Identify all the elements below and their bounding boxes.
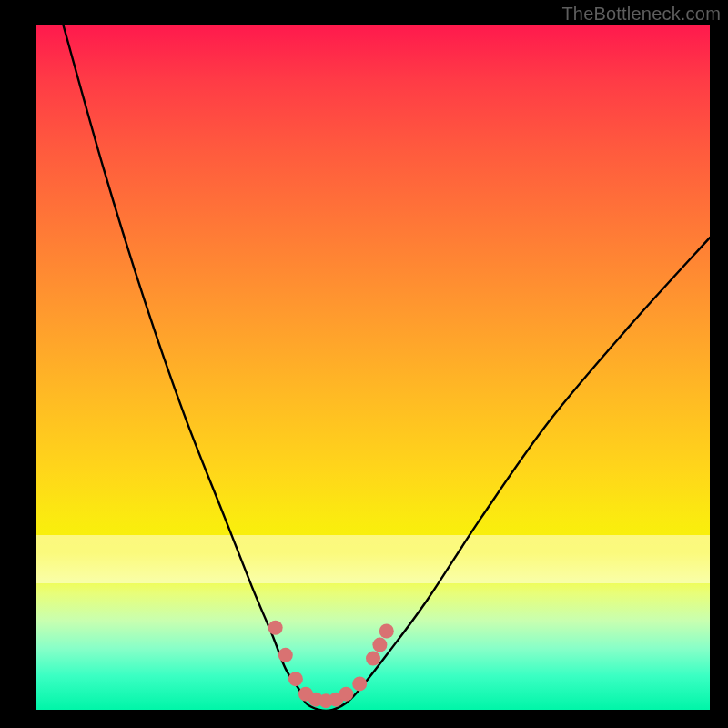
curve-marker — [379, 624, 394, 639]
chart-frame: TheBottleneck.com — [0, 0, 728, 728]
curve-marker — [288, 672, 303, 686]
curve-marker — [268, 621, 283, 635]
curve-marker — [339, 687, 353, 702]
watermark: TheBottleneck.com — [561, 4, 721, 25]
bottleneck-curve — [64, 25, 710, 710]
curve-marker — [366, 652, 380, 666]
bottleneck-curve-svg — [36, 25, 710, 710]
curve-marker — [372, 638, 387, 652]
plot-area — [36, 25, 710, 710]
curve-marker — [278, 648, 293, 662]
curve-markers — [268, 621, 394, 708]
curve-marker — [352, 676, 367, 691]
